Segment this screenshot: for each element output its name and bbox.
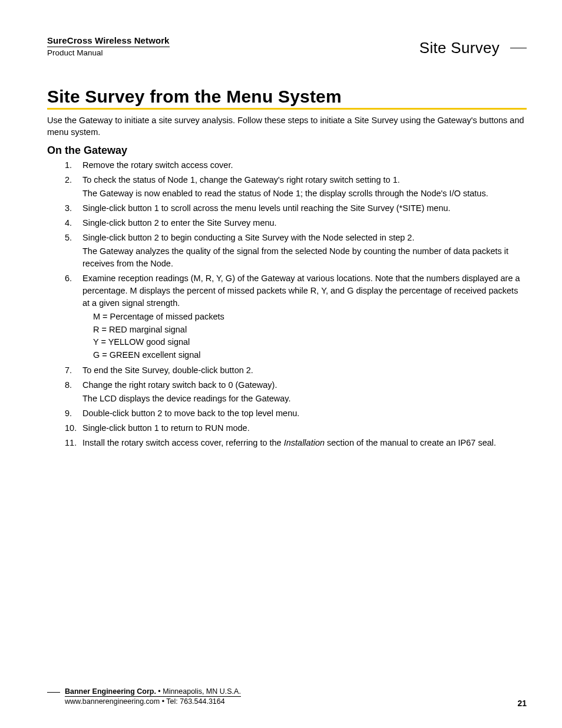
step-item: Single-click button 2 to begin conductin… [47, 232, 527, 270]
header-left: SureCross Wireless Network Product Manua… [47, 35, 170, 57]
step-item: Double-click button 2 to move back to th… [47, 407, 527, 420]
step-text: Install the rotary switch access cover, … [82, 438, 284, 447]
step-item: Remove the rotary switch access cover. [47, 159, 527, 172]
step-note: The Gateway analyzes the quality of the … [82, 245, 527, 270]
step-item: Change the right rotary switch back to 0… [47, 379, 527, 405]
step-text: To end the Site Survey, double-click but… [82, 365, 253, 375]
definition-line: Y = YELLOW good signal [93, 336, 527, 349]
section-title: Site Survey [419, 39, 500, 57]
italic-term: Installation [284, 438, 325, 447]
step-text: To check the status of Node 1, change th… [82, 175, 400, 185]
step-item: Single-click button 1 to scroll across t… [47, 202, 527, 215]
definitions: M = Percentage of missed packetsR = RED … [93, 311, 527, 362]
footer-company: Banner Engineering Corp. [65, 687, 156, 696]
step-note: The Gateway is now enabled to read the s… [82, 187, 527, 200]
footer-contact: www.bannerengineering.com • Tel: 763.544… [65, 697, 527, 706]
header-right: Site Survey [419, 39, 527, 57]
step-text: section of the manual to create an IP67 … [325, 438, 496, 447]
subheading: On the Gateway [47, 144, 527, 157]
step-text: Change the right rotary switch back to 0… [82, 380, 277, 390]
step-text: Double-click button 2 to move back to th… [82, 409, 299, 418]
step-item: To check the status of Node 1, change th… [47, 174, 527, 200]
step-text: Remove the rotary switch access cover. [82, 160, 233, 170]
footer-location: • Minneapolis, MN U.S.A. [156, 687, 241, 696]
decorative-rule [510, 48, 527, 48]
page-title: Site Survey from the Menu System [47, 87, 527, 107]
steps-list: Remove the rotary switch access cover.To… [47, 159, 527, 449]
page-footer: Banner Engineering Corp. • Minneapolis, … [47, 687, 527, 706]
intro-paragraph: Use the Gateway to initiate a site surve… [47, 114, 527, 139]
definition-line: M = Percentage of missed packets [93, 311, 527, 324]
step-item: To end the Site Survey, double-click but… [47, 364, 527, 377]
step-item: Examine reception readings (M, R, Y, G) … [47, 272, 527, 362]
step-item: Single-click button 2 to enter the Site … [47, 217, 527, 229]
step-item: Install the rotary switch access cover, … [47, 437, 527, 449]
doc-title: SureCross Wireless Network [47, 35, 170, 47]
page-number: 21 [517, 699, 527, 708]
footer-company-line: Banner Engineering Corp. • Minneapolis, … [65, 687, 241, 697]
step-item: Single-click button 1 to return to RUN m… [47, 422, 527, 434]
accent-rule [47, 108, 527, 110]
step-text: Single-click button 1 to scroll across t… [82, 203, 451, 213]
step-text: Single-click button 1 to return to RUN m… [82, 423, 250, 433]
decorative-rule [47, 692, 60, 693]
definition-line: R = RED marginal signal [93, 324, 527, 337]
page-header: SureCross Wireless Network Product Manua… [47, 35, 527, 57]
step-note: The LCD displays the device readings for… [82, 393, 527, 405]
step-text: Examine reception readings (M, R, Y, G) … [82, 274, 520, 308]
definition-line: G = GREEN excellent signal [93, 349, 527, 362]
step-text: Single-click button 2 to begin conductin… [82, 233, 414, 242]
step-text: Single-click button 2 to enter the Site … [82, 218, 277, 228]
doc-subtitle: Product Manual [47, 48, 170, 57]
